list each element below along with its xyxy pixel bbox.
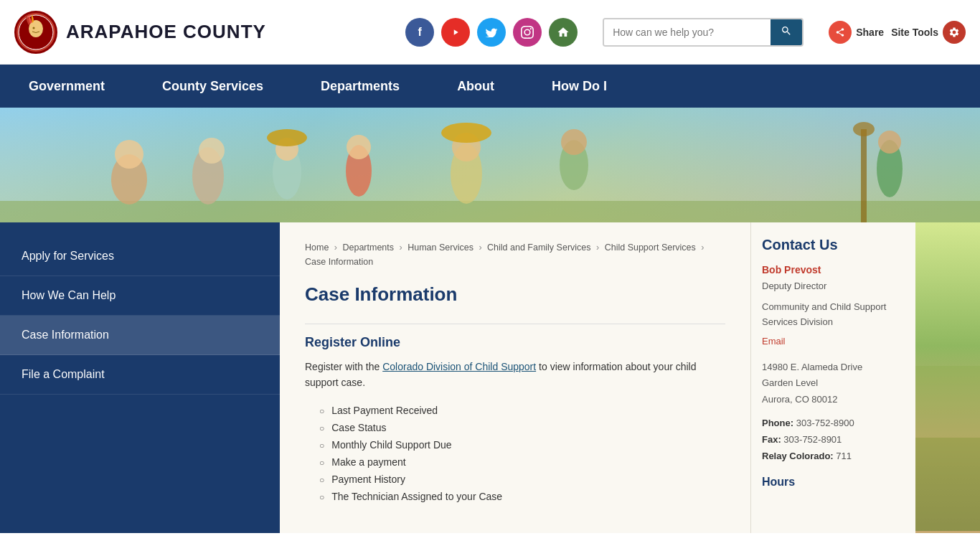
phone-row: Phone: 303-752-8900	[762, 415, 905, 431]
logo-area: ARAPAHOE COUNTY	[14, 11, 266, 54]
breadcrumb-current: Case Information	[305, 257, 373, 267]
breadcrumb-separator-2: ›	[400, 242, 402, 253]
address-line1: 14980 E. Alameda Drive	[762, 362, 862, 372]
contact-name-link[interactable]: Bob Prevost	[762, 264, 821, 276]
address-line3: Aurora, CO 80012	[762, 394, 838, 405]
fax-row: Fax: 303-752-8901	[762, 431, 905, 448]
contact-sidebar: Contact Us Bob Prevost Deputy Director C…	[750, 222, 915, 533]
search-input[interactable]	[604, 19, 771, 45]
relay-row: Relay Colorado: 711	[762, 448, 905, 464]
list-item-2: Case Status	[319, 419, 725, 436]
home-social-icon[interactable]	[549, 18, 578, 47]
list-item-4: Make a payment	[319, 453, 725, 471]
register-section-title: Register Online	[305, 335, 725, 350]
header-actions: Share Site Tools	[829, 21, 966, 44]
svg-rect-26	[915, 438, 980, 531]
share-icon	[829, 21, 852, 44]
breadcrumb-separator-1: ›	[334, 242, 337, 253]
svg-marker-3	[454, 29, 458, 35]
facebook-icon[interactable]: f	[405, 18, 434, 47]
sidebar-item-how-we-can-help[interactable]: How We Can Help	[0, 276, 280, 316]
site-logo[interactable]	[14, 11, 57, 54]
svg-point-23	[878, 131, 901, 154]
site-tools-icon	[943, 21, 966, 44]
svg-rect-5	[0, 201, 980, 222]
list-item-3: Monthly Child Support Due	[319, 436, 725, 453]
contact-name: Bob Prevost	[762, 264, 905, 276]
phone-value: 303-752-8900	[796, 418, 854, 428]
breadcrumb-child-family[interactable]: Child and Family Services	[487, 242, 591, 253]
breadcrumb-human-services[interactable]: Human Services	[407, 242, 473, 253]
site-name: ARAPAHOE COUNTY	[66, 21, 266, 43]
relay-label: Relay Colorado:	[762, 451, 834, 461]
phone-label: Phone:	[762, 418, 793, 428]
main-content: Home › Departments › Human Services › Ch…	[280, 222, 750, 533]
svg-point-21	[853, 122, 875, 136]
nav-item-county-services[interactable]: County Services	[133, 65, 292, 108]
breadcrumb-separator-4: ›	[596, 242, 599, 253]
hero-banner	[0, 108, 980, 222]
sidebar-item-case-information[interactable]: Case Information	[0, 316, 280, 355]
sidebar: Apply for Services How We Can Help Case …	[0, 222, 280, 533]
contact-phone-section: Phone: 303-752-8900 Fax: 303-752-8901 Re…	[762, 415, 905, 465]
middle-area: Home › Departments › Human Services › Ch…	[280, 222, 915, 533]
sidebar-item-file-complaint[interactable]: File a Complaint	[0, 355, 280, 395]
list-item-1: Last Payment Received	[319, 402, 725, 419]
share-button[interactable]: Share	[829, 21, 884, 44]
sidebar-item-apply[interactable]: Apply for Services	[0, 237, 280, 276]
social-icons: f	[405, 18, 578, 47]
list-item-5: Payment History	[319, 471, 725, 488]
breadcrumb-separator-5: ›	[701, 242, 704, 253]
svg-rect-20	[861, 129, 867, 222]
breadcrumb-child-support[interactable]: Child Support Services	[605, 242, 696, 253]
svg-point-9	[199, 138, 225, 164]
register-link[interactable]: Colorado Division of Child Support	[382, 361, 536, 372]
case-info-list: Last Payment Received Case Status Monthl…	[319, 402, 725, 505]
right-image-strip	[915, 222, 980, 533]
instagram-icon[interactable]	[513, 18, 542, 47]
nav-item-how-do-i[interactable]: How Do I	[523, 65, 636, 108]
title-divider	[305, 324, 725, 324]
fax-value: 303-752-8901	[783, 434, 842, 445]
svg-point-14	[347, 135, 371, 159]
site-tools-label: Site Tools	[891, 27, 938, 38]
register-text-before: Register with the	[305, 361, 382, 372]
contact-email-link[interactable]: Email	[762, 336, 786, 347]
search-box	[603, 18, 804, 47]
twitter-icon[interactable]	[477, 18, 506, 47]
fax-label: Fax:	[762, 434, 781, 445]
breadcrumb-separator-3: ›	[479, 242, 481, 253]
search-button[interactable]	[771, 19, 802, 45]
page-title: Case Information	[305, 283, 725, 306]
main-navigation: Government County Services Departments A…	[0, 65, 980, 108]
content-wrapper: Apply for Services How We Can Help Case …	[0, 222, 980, 533]
site-tools-button[interactable]: Site Tools	[891, 21, 966, 44]
svg-point-7	[115, 140, 143, 169]
nav-item-departments[interactable]: Departments	[292, 65, 428, 108]
nav-item-about[interactable]: About	[428, 65, 523, 108]
contact-division: Community and Child Support Services Div…	[762, 300, 905, 330]
breadcrumb-departments[interactable]: Departments	[342, 242, 394, 253]
svg-point-12	[267, 129, 307, 146]
svg-point-17	[441, 123, 491, 143]
contact-hours-title: Hours	[762, 476, 905, 489]
site-header: ARAPAHOE COUNTY f Share	[0, 0, 980, 65]
breadcrumb: Home › Departments › Human Services › Ch…	[305, 240, 725, 269]
contact-title-detail: Deputy Director	[762, 279, 905, 294]
list-item-6: The Technician Assigned to your Case	[319, 488, 725, 505]
nav-item-government[interactable]: Government	[0, 65, 133, 108]
svg-point-2	[33, 27, 35, 29]
breadcrumb-home[interactable]: Home	[305, 242, 329, 253]
share-label: Share	[856, 27, 884, 38]
contact-address: 14980 E. Alameda Drive Garden Level Auro…	[762, 359, 905, 407]
youtube-icon[interactable]	[441, 18, 470, 47]
register-paragraph: Register with the Colorado Division of C…	[305, 359, 725, 391]
search-area	[603, 18, 804, 47]
contact-title: Contact Us	[762, 237, 905, 253]
svg-point-19	[561, 129, 587, 155]
address-line2: Garden Level	[762, 377, 818, 388]
relay-value: 711	[836, 451, 852, 461]
